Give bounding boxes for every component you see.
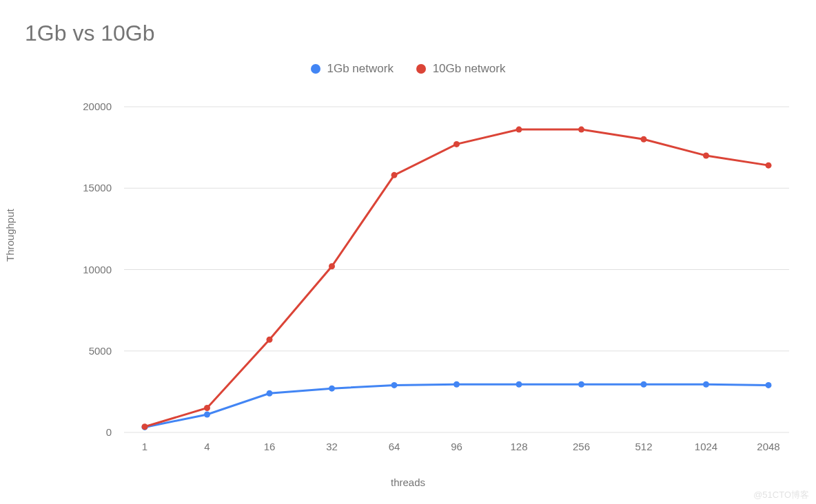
svg-text:4: 4 (204, 441, 210, 452)
watermark: @51CTO博客 (753, 489, 809, 501)
data-point (453, 141, 460, 147)
data-point (578, 381, 584, 388)
series-line (145, 384, 768, 427)
data-point (766, 382, 772, 388)
svg-text:128: 128 (510, 441, 527, 452)
data-point (641, 381, 647, 388)
data-point (453, 381, 460, 388)
data-point (142, 423, 148, 430)
svg-text:1: 1 (142, 441, 147, 452)
svg-text:0: 0 (106, 426, 112, 438)
svg-text:1024: 1024 (695, 441, 717, 452)
svg-text:96: 96 (451, 441, 462, 452)
data-point (516, 381, 522, 388)
chart-plot: 05000100001500020000 1416326496128256512… (0, 0, 816, 504)
data-point (329, 263, 335, 269)
data-point (578, 127, 584, 133)
data-point (516, 127, 522, 133)
svg-text:16: 16 (264, 441, 276, 452)
data-point (766, 162, 772, 169)
svg-text:5000: 5000 (89, 345, 112, 357)
svg-text:15000: 15000 (83, 182, 112, 193)
data-point (391, 172, 398, 178)
data-point (204, 405, 210, 411)
svg-text:2048: 2048 (757, 441, 779, 452)
data-point (391, 382, 398, 388)
data-point (703, 152, 709, 158)
data-point (204, 411, 210, 417)
data-point (267, 390, 273, 397)
svg-text:10000: 10000 (83, 264, 112, 275)
data-point (703, 381, 709, 388)
svg-text:256: 256 (573, 441, 590, 452)
x-axis-label: threads (0, 476, 816, 488)
svg-text:512: 512 (635, 441, 652, 452)
svg-text:64: 64 (389, 441, 400, 452)
data-point (641, 136, 647, 143)
svg-text:20000: 20000 (83, 101, 112, 112)
data-point (267, 337, 273, 343)
data-point (329, 386, 335, 392)
svg-text:32: 32 (326, 441, 338, 452)
